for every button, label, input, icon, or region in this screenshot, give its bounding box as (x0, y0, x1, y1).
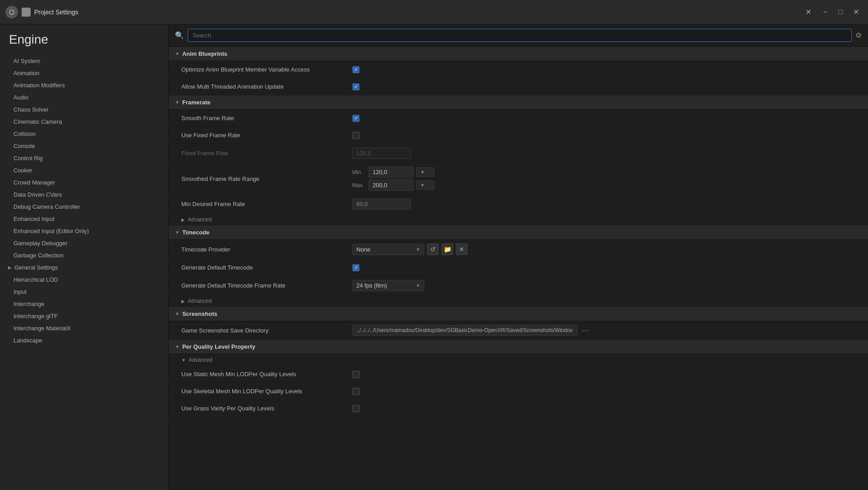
dropdown-value: None (356, 246, 370, 253)
min-label: Min (352, 169, 366, 175)
minimize-button[interactable]: − (819, 5, 832, 19)
optimize-anim-checkbox[interactable]: ✓ (352, 66, 360, 73)
chevron-right-icon: ▶ (181, 299, 185, 304)
sidebar-item-animation[interactable]: Animation (0, 67, 168, 79)
expand-arrow-icon: ▶ (8, 265, 12, 270)
per-quality-advanced-row[interactable]: ▼ Advanced (169, 354, 868, 366)
sidebar-item-gameplay-debugger[interactable]: Gameplay Debugger (0, 237, 168, 249)
sidebar-item-cinematic-camera[interactable]: Cinematic Camera (0, 116, 168, 128)
close-window-button[interactable]: ✕ (849, 5, 863, 19)
search-input[interactable] (188, 29, 852, 42)
timecode-provider-dropdown[interactable]: None ▼ (352, 244, 424, 255)
min-desired-frame-rate-input[interactable] (352, 198, 411, 210)
setting-use-skeletal-mesh-min-lod: Use Skeletal Mesh Min LODPer Quality Lev… (169, 383, 868, 400)
setting-game-screenshot-save-directory: Game Screenshot Save Directory ../../../… (169, 321, 868, 340)
sidebar-item-audio[interactable]: Audio (0, 91, 168, 103)
frame-rate-min-input[interactable] (369, 166, 414, 178)
setting-control (352, 388, 862, 395)
sidebar-item-debug-camera-controller[interactable]: Debug Camera Controller (0, 201, 168, 213)
sidebar-item-ai-system[interactable]: AI System (0, 55, 168, 67)
section-collapse-icon: ▼ (175, 344, 180, 349)
timecode-folder-button[interactable]: 📁 (441, 243, 453, 255)
sidebar-item-label: Interchange glTF (13, 313, 58, 319)
setting-smooth-frame-rate: Smooth Frame Rate ✓ (169, 110, 868, 127)
sidebar-item-interchange-materialx[interactable]: Interchange MaterialX (0, 322, 168, 334)
section-collapse-icon: ▼ (175, 230, 180, 235)
section-collapse-icon: ▼ (175, 311, 180, 316)
grass-varity-checkbox[interactable] (352, 405, 360, 412)
sidebar-item-cooker[interactable]: Cooker (0, 164, 168, 176)
frame-rate-max-input[interactable] (369, 180, 414, 191)
setting-label: Smoothed Frame Rate Range (181, 175, 352, 182)
sidebar-item-interchange-gltf[interactable]: Interchange glTF (0, 310, 168, 322)
section-per-quality-level[interactable]: ▼ Per Quality Level Property (169, 340, 868, 354)
sidebar-item-chaos-solver[interactable]: Chaos Solver (0, 103, 168, 116)
window-title: Project Settings (34, 9, 798, 16)
setting-label: Optimize Anim Blueprint Member Variable … (181, 66, 352, 73)
setting-control (352, 405, 862, 412)
chevron-down-icon: ▼ (416, 283, 420, 288)
allow-threaded-checkbox[interactable]: ✓ (352, 83, 360, 90)
settings-icon[interactable]: ⚙ (855, 31, 862, 40)
sidebar-item-console[interactable]: Console (0, 140, 168, 152)
frame-rate-min-dropdown[interactable]: ▼ (416, 167, 434, 177)
dropdown-value: 24 fps (film) (356, 282, 387, 289)
sidebar-item-enhanced-input[interactable]: Enhanced Input (0, 213, 168, 225)
chevron-down-icon: ▼ (420, 170, 425, 175)
sidebar-item-hierarchical-lod[interactable]: Hierarchical LOD (0, 274, 168, 286)
sidebar-item-label: Enhanced Input (Editor Only) (13, 228, 89, 234)
maximize-button[interactable]: □ (834, 5, 847, 19)
setting-label: Generate Default Timecode (181, 264, 352, 271)
sidebar-item-garbage-collection[interactable]: Garbage Collection (0, 249, 168, 261)
search-icon: 🔍 (175, 31, 184, 40)
static-mesh-lod-checkbox[interactable] (352, 371, 360, 378)
sidebar-item-label: Control Rig (13, 155, 43, 162)
path-dots-button[interactable]: ⋯ (580, 326, 591, 335)
sidebar-item-enhanced-input-editor[interactable]: Enhanced Input (Editor Only) (0, 225, 168, 237)
frame-rate-max-dropdown[interactable]: ▼ (416, 180, 434, 190)
window-icon (22, 8, 31, 17)
search-bar: 🔍 ⚙ (169, 24, 868, 47)
sidebar-item-label: Debug Camera Controller (13, 203, 80, 210)
smooth-frame-rate-checkbox[interactable]: ✓ (352, 115, 360, 122)
fixed-frame-rate-input[interactable] (352, 148, 411, 159)
timecode-clear-button[interactable]: ✕ (456, 243, 468, 255)
timecode-refresh-button[interactable]: ↺ (427, 243, 439, 255)
sidebar-item-label: Landscape (13, 337, 42, 344)
sidebar-item-general-settings[interactable]: ▶ General Settings (0, 261, 168, 274)
sidebar-item-collision[interactable]: Collision (0, 128, 168, 140)
section-framerate[interactable]: ▼ Framerate (169, 95, 868, 110)
sidebar-item-label: Gameplay Debugger (13, 240, 67, 247)
timecode-advanced-row[interactable]: ▶ Advanced (169, 295, 868, 307)
timecode-frame-rate-dropdown[interactable]: 24 fps (film) ▼ (352, 280, 424, 291)
framerate-advanced-row[interactable]: ▶ Advanced (169, 214, 868, 225)
check-icon: ✓ (354, 67, 358, 72)
close-tab-button[interactable]: ✕ (801, 5, 815, 19)
min-row: Min ▼ (352, 166, 434, 178)
section-screenshots[interactable]: ▼ Screenshots (169, 307, 868, 321)
sidebar-item-crowd-manager[interactable]: Crowd Manager (0, 176, 168, 189)
sidebar-item-label: Chaos Solver (13, 106, 49, 113)
skeletal-mesh-lod-checkbox[interactable] (352, 388, 360, 395)
sidebar-item-interchange[interactable]: Interchange (0, 298, 168, 310)
section-timecode[interactable]: ▼ Timecode (169, 225, 868, 240)
section-collapse-icon: ▼ (175, 51, 180, 56)
sidebar-item-control-rig[interactable]: Control Rig (0, 152, 168, 164)
sidebar-item-animation-modifiers[interactable]: Animation Modifiers (0, 79, 168, 91)
chevron-down-icon: ▼ (181, 358, 186, 363)
sidebar-item-data-driven-cvars[interactable]: Data Driven CVars (0, 189, 168, 201)
section-anim-blueprints[interactable]: ▼ Anim Blueprints (169, 47, 868, 61)
fixed-frame-rate-checkbox[interactable] (352, 132, 360, 139)
setting-control: Min ▼ Max ▼ (352, 166, 862, 191)
check-icon: ✓ (354, 84, 358, 90)
sidebar-item-label: Garbage Collection (13, 252, 63, 259)
check-icon: ✓ (354, 265, 358, 270)
max-label: Max (352, 182, 366, 189)
sidebar-item-input[interactable]: Input (0, 286, 168, 298)
content-area: ▼ Anim Blueprints Optimize Anim Blueprin… (169, 47, 868, 490)
screenshot-path-input[interactable]: ../../../../Users/mamadou/Desktop/dev/SG… (352, 325, 577, 336)
generate-default-timecode-checkbox[interactable]: ✓ (352, 264, 360, 271)
setting-control: ../../../../Users/mamadou/Desktop/dev/SG… (352, 325, 862, 336)
setting-control: None ▼ ↺ 📁 ✕ (352, 243, 862, 255)
sidebar-item-landscape[interactable]: Landscape (0, 334, 168, 346)
